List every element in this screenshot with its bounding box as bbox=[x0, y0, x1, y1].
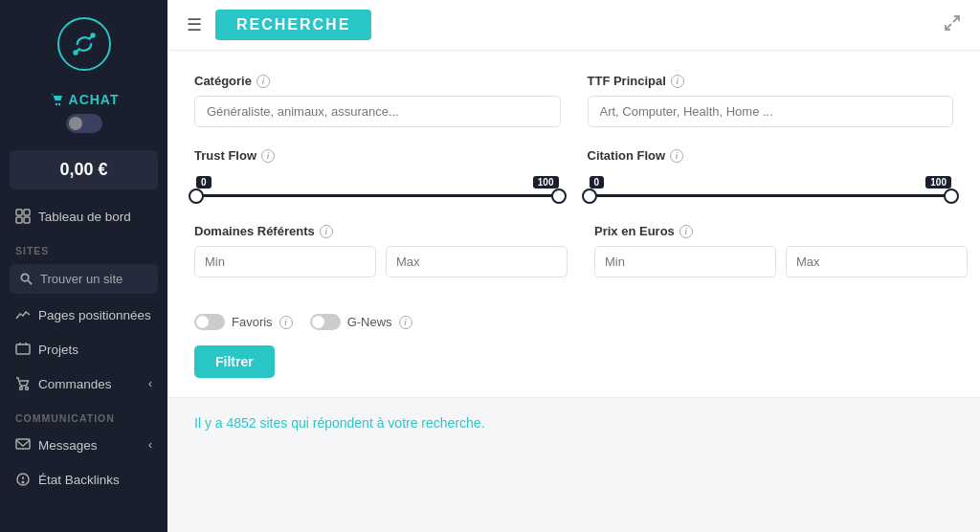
trust-flow-fill bbox=[196, 194, 559, 197]
toggles-row: Favoris i G-News i bbox=[194, 314, 953, 330]
citation-flow-thumb-right[interactable] bbox=[944, 188, 959, 204]
ttf-info-icon[interactable]: i bbox=[671, 75, 684, 88]
prix-min-input[interactable] bbox=[594, 246, 776, 277]
domaines-label: Domaines Référents i bbox=[194, 224, 568, 238]
domaines-col: Domaines Référents i bbox=[194, 224, 568, 293]
domaines-minmax bbox=[194, 246, 568, 277]
sidebar-item-messages[interactable]: Messages ‹ bbox=[0, 428, 167, 462]
gnews-info-icon[interactable]: i bbox=[399, 316, 412, 329]
trust-flow-range: 0 100 bbox=[194, 176, 561, 203]
citation-flow-min-label: 0 bbox=[590, 176, 605, 188]
domaines-max-input[interactable] bbox=[386, 246, 568, 277]
svg-point-13 bbox=[20, 388, 23, 390]
favoris-info-icon[interactable]: i bbox=[279, 316, 293, 329]
svg-line-9 bbox=[28, 280, 32, 284]
achat-toggle[interactable] bbox=[66, 114, 102, 133]
citation-flow-fill bbox=[590, 194, 952, 197]
balance-display: 0,00 € bbox=[10, 150, 158, 189]
prix-label: Prix en Euros i bbox=[594, 224, 968, 238]
svg-rect-6 bbox=[16, 217, 22, 223]
filter-card: Catégorie i TTF Principal i bbox=[167, 51, 980, 398]
achat-badge: ACHAT bbox=[49, 92, 120, 107]
prix-info-icon[interactable]: i bbox=[679, 225, 693, 238]
trust-flow-min-label: 0 bbox=[196, 176, 212, 188]
gnews-toggle-item: G-News i bbox=[310, 314, 412, 330]
trust-flow-thumb-right[interactable] bbox=[551, 188, 567, 204]
hamburger-icon[interactable]: ☰ bbox=[187, 14, 202, 35]
page-title: RECHERCHE bbox=[215, 10, 371, 40]
svg-rect-7 bbox=[24, 217, 30, 223]
sidebar: ACHAT 0,00 € Tableau de bord SITES Trouv… bbox=[0, 0, 167, 532]
sidebar-item-projets[interactable]: Projets bbox=[0, 332, 167, 366]
main-header: ☰ RECHERCHE bbox=[167, 0, 980, 51]
citation-flow-label: Citation Flow i bbox=[588, 148, 954, 163]
svg-point-2 bbox=[55, 103, 56, 105]
svg-point-0 bbox=[73, 50, 78, 55]
filter-row-3: Domaines Référents i Prix en Euros i bbox=[194, 224, 953, 293]
prix-col: Prix en Euros i bbox=[594, 224, 968, 293]
logo-area bbox=[0, 0, 167, 82]
domaines-info-icon[interactable]: i bbox=[320, 225, 333, 238]
achat-section: ACHAT bbox=[0, 82, 167, 141]
sidebar-item-pages[interactable]: Pages positionnées bbox=[0, 298, 167, 332]
ttf-input[interactable] bbox=[588, 96, 954, 127]
svg-point-8 bbox=[21, 274, 29, 281]
expand-icon[interactable] bbox=[944, 14, 961, 35]
trust-flow-track bbox=[196, 194, 559, 197]
gnews-toggle[interactable] bbox=[310, 314, 341, 330]
citation-flow-max-label: 100 bbox=[925, 176, 951, 188]
sidebar-item-tableau[interactable]: Tableau de bord bbox=[0, 199, 167, 233]
favoris-toggle[interactable] bbox=[194, 314, 225, 330]
trust-flow-label: Trust Flow i bbox=[194, 148, 561, 163]
trust-flow-col: Trust Flow i 0 100 bbox=[194, 148, 561, 203]
results-section: Il y a 4852 sites qui répondent à votre … bbox=[167, 398, 980, 448]
trust-flow-max-label: 100 bbox=[533, 176, 559, 188]
ttf-col: TTF Principal i bbox=[588, 74, 954, 127]
sidebar-nav: Tableau de bord SITES Trouver un site Pa… bbox=[0, 199, 167, 532]
sidebar-item-commandes[interactable]: Commandes ‹ bbox=[0, 366, 167, 401]
categorie-input[interactable] bbox=[194, 96, 561, 127]
svg-point-1 bbox=[90, 33, 95, 37]
communication-section-label: COMMUNICATION bbox=[0, 401, 167, 428]
svg-rect-4 bbox=[16, 210, 22, 215]
messages-arrow: ‹ bbox=[148, 438, 152, 452]
logo bbox=[57, 17, 111, 71]
trust-flow-thumb-left[interactable] bbox=[189, 188, 204, 204]
results-text: Il y a 4852 sites qui répondent à votre … bbox=[194, 415, 953, 431]
ttf-label: TTF Principal i bbox=[588, 74, 954, 88]
svg-point-14 bbox=[26, 388, 29, 390]
citation-flow-info-icon[interactable]: i bbox=[670, 149, 683, 163]
categorie-label: Catégorie i bbox=[194, 74, 561, 88]
domaines-min-input[interactable] bbox=[194, 246, 376, 277]
main-content: ☰ RECHERCHE Catégorie i bbox=[167, 0, 980, 532]
categorie-info-icon[interactable]: i bbox=[256, 75, 270, 88]
svg-point-3 bbox=[57, 103, 59, 105]
scroll-area: Catégorie i TTF Principal i bbox=[167, 51, 980, 532]
prix-max-input[interactable] bbox=[786, 246, 968, 277]
filter-button[interactable]: Filtrer bbox=[194, 345, 275, 378]
commandes-arrow: ‹ bbox=[148, 377, 152, 390]
sidebar-search-site[interactable]: Trouver un site bbox=[10, 264, 158, 294]
citation-flow-track bbox=[590, 194, 952, 197]
citation-flow-range-labels: 0 100 bbox=[590, 176, 952, 188]
filter-row-1: Catégorie i TTF Principal i bbox=[194, 74, 953, 127]
trust-flow-range-labels: 0 100 bbox=[196, 176, 559, 188]
svg-rect-10 bbox=[16, 344, 30, 354]
prix-minmax bbox=[594, 246, 968, 277]
trust-flow-info-icon[interactable]: i bbox=[261, 149, 275, 163]
filter-row-2: Trust Flow i 0 100 bbox=[194, 148, 953, 203]
citation-flow-col: Citation Flow i 0 100 bbox=[588, 148, 954, 203]
svg-rect-15 bbox=[16, 439, 30, 449]
svg-rect-5 bbox=[24, 210, 30, 215]
citation-flow-range: 0 100 bbox=[588, 176, 954, 203]
svg-point-18 bbox=[22, 481, 24, 483]
categorie-col: Catégorie i bbox=[194, 74, 561, 127]
sites-section-label: SITES bbox=[0, 233, 167, 260]
favoris-toggle-item: Favoris i bbox=[194, 314, 293, 330]
citation-flow-thumb-left[interactable] bbox=[582, 188, 597, 204]
sidebar-item-etat[interactable]: État Backlinks bbox=[0, 462, 167, 497]
